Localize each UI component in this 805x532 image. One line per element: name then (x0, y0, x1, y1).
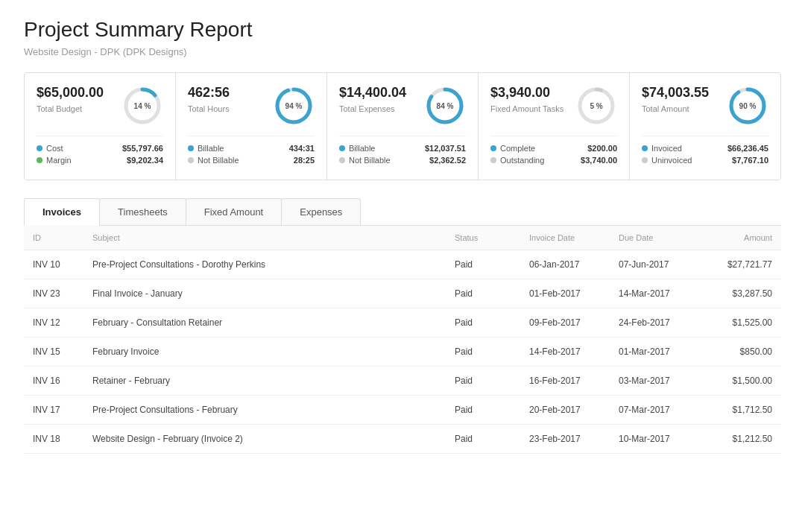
cell-status: Paid (446, 250, 520, 279)
cell-due_date: 24-Feb-2017 (610, 308, 699, 338)
cell-id[interactable]: INV 12 (24, 308, 83, 338)
card-label: Total Expenses (339, 104, 406, 113)
card-label: Total Budget (37, 104, 104, 113)
card-label: Total Hours (188, 104, 230, 113)
card-text: $65,000.00 Total Budget (37, 85, 104, 113)
dot-indicator (339, 145, 345, 151)
card-details: Billable 434:31 Not Billable 28:25 (188, 136, 315, 168)
cell-id[interactable]: INV 16 (24, 367, 83, 396)
table-row: INV 15February InvoicePaid14-Feb-201701-… (24, 338, 781, 367)
dot-indicator (188, 157, 194, 163)
table-row: INV 23Final Invoice - JanuaryPaid01-Feb-… (24, 279, 781, 308)
cell-amount: $3,287.50 (699, 279, 781, 308)
cell-id[interactable]: INV 15 (24, 338, 83, 367)
cell-subject: Pre-Project Consultations - Dorothy Perk… (83, 250, 446, 279)
card-label: Fixed Amount Tasks (490, 104, 564, 113)
detail-value: $2,362.52 (429, 156, 466, 165)
cell-id[interactable]: INV 18 (24, 425, 83, 454)
card-text: $3,940.00 Fixed Amount Tasks (490, 85, 564, 113)
cell-invoice_date: 20-Feb-2017 (520, 396, 610, 425)
col-header-amount: Amount (699, 226, 781, 250)
detail-value: $3,740.00 (581, 156, 617, 165)
tab-fixed-amount[interactable]: Fixed Amount (186, 198, 282, 225)
cell-invoice_date: 16-Feb-2017 (520, 367, 610, 396)
dot-indicator (37, 157, 42, 163)
detail-label: Cost (37, 144, 63, 153)
cell-subject: Website Design - February (Invoice 2) (83, 425, 446, 454)
cell-status: Paid (446, 338, 520, 367)
detail-row: Uninvoiced $7,767.10 (642, 156, 768, 165)
detail-value: $9,202.34 (127, 156, 163, 165)
donut-chart: 90 % (727, 85, 768, 127)
detail-value: 434:31 (289, 144, 315, 153)
dot-indicator (490, 157, 496, 163)
cell-due_date: 03-Mar-2017 (610, 367, 699, 396)
detail-value: $7,767.10 (732, 156, 768, 165)
cell-id[interactable]: INV 23 (24, 279, 83, 308)
cell-amount: $1,712.50 (699, 396, 781, 425)
detail-row: Cost $55,797.66 (37, 144, 163, 153)
card-value: $74,003.55 (642, 85, 709, 101)
detail-label: Invoiced (642, 144, 682, 153)
detail-label: Uninvoiced (642, 156, 692, 165)
detail-label: Billable (339, 144, 375, 153)
dot-indicator (642, 145, 648, 151)
table-row: INV 16Retainer - FebruaryPaid16-Feb-2017… (24, 367, 781, 396)
page-subtitle: Website Design - DPK (DPK Designs) (24, 46, 781, 57)
card-text: 462:56 Total Hours (188, 85, 230, 113)
summary-card-total-hours: 462:56 Total Hours 94 % Billable 434:31 (176, 73, 327, 180)
cell-id[interactable]: INV 10 (24, 250, 83, 279)
donut-label: 14 % (134, 102, 151, 110)
detail-label: Margin (37, 156, 72, 165)
dot-indicator (37, 145, 42, 151)
card-top: $14,400.04 Total Expenses 84 % (339, 85, 466, 127)
cell-status: Paid (446, 396, 520, 425)
cell-status: Paid (446, 367, 520, 396)
card-details: Complete $200.00 Outstanding $3,740.00 (490, 136, 617, 168)
detail-label: Complete (490, 144, 535, 153)
cell-amount: $1,500.00 (699, 367, 781, 396)
donut-chart: 94 % (273, 85, 315, 127)
card-value: 462:56 (188, 85, 230, 101)
donut-label: 84 % (437, 102, 454, 110)
cell-status: Paid (446, 279, 520, 308)
detail-row: Outstanding $3,740.00 (490, 156, 617, 165)
detail-row: Not Billable 28:25 (188, 156, 315, 165)
summary-card-total-budget: $65,000.00 Total Budget 14 % Cost $55,79… (25, 73, 176, 180)
cell-subject: Final Invoice - January (83, 279, 446, 308)
tab-timesheets[interactable]: Timesheets (99, 198, 186, 225)
card-top: $65,000.00 Total Budget 14 % (37, 85, 163, 127)
cell-subject: February - Consultation Retainer (83, 308, 446, 338)
detail-value: $200.00 (587, 144, 617, 153)
cell-subject: Retainer - February (83, 367, 446, 396)
page-container: Project Summary Report Website Design - … (0, 0, 805, 532)
cell-due_date: 10-Mar-2017 (610, 425, 699, 454)
subtitle-parens: (DPK Designs) (123, 46, 187, 57)
card-text: $14,400.04 Total Expenses (339, 85, 406, 113)
detail-row: Margin $9,202.34 (37, 156, 163, 165)
donut-chart: 14 % (121, 85, 163, 127)
cell-id[interactable]: INV 17 (24, 396, 83, 425)
cell-invoice_date: 14-Feb-2017 (520, 338, 610, 367)
cell-amount: $1,525.00 (699, 308, 781, 338)
card-details: Cost $55,797.66 Margin $9,202.34 (37, 136, 163, 168)
detail-row: Invoiced $66,236.45 (642, 144, 768, 153)
cell-invoice_date: 06-Jan-2017 (520, 250, 610, 279)
card-top: $74,003.55 Total Amount 90 % (642, 85, 768, 127)
cell-invoice_date: 01-Feb-2017 (520, 279, 610, 308)
tab-invoices[interactable]: Invoices (24, 198, 100, 226)
cell-subject: February Invoice (83, 338, 446, 367)
tab-expenses[interactable]: Expenses (281, 198, 361, 225)
col-header-due_date: Due Date (610, 226, 699, 250)
table-row: INV 18Website Design - February (Invoice… (24, 425, 781, 454)
donut-chart: 5 % (575, 85, 617, 127)
cell-invoice_date: 09-Feb-2017 (520, 308, 610, 338)
card-text: $74,003.55 Total Amount (642, 85, 709, 113)
donut-label: 90 % (739, 102, 757, 110)
summary-card-fixed-amount-tasks: $3,940.00 Fixed Amount Tasks 5 % Complet… (479, 73, 630, 180)
col-header-subject: Subject (83, 226, 446, 250)
summary-card-total-expenses: $14,400.04 Total Expenses 84 % Billable … (327, 73, 479, 180)
table-row: INV 12February - Consultation RetainerPa… (24, 308, 781, 338)
card-details: Billable $12,037.51 Not Billable $2,362.… (339, 136, 466, 168)
summary-section: $65,000.00 Total Budget 14 % Cost $55,79… (24, 72, 781, 180)
